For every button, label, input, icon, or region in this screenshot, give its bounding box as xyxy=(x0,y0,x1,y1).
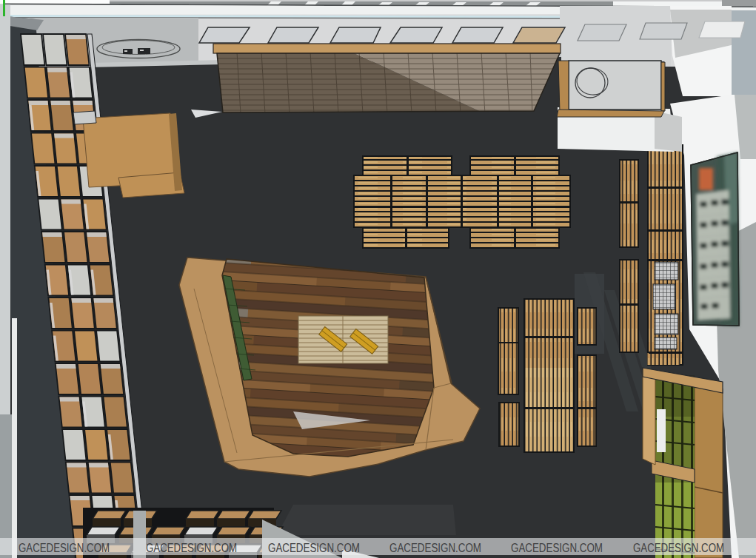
svg-text:GACEDESIGN.COM: GACEDESIGN.COM xyxy=(389,542,481,554)
svg-text:GACEDESIGN.COM: GACEDESIGN.COM xyxy=(19,542,110,554)
svg-text:GACEDESIGN.COM: GACEDESIGN.COM xyxy=(511,542,603,554)
svg-text:GACEDESIGN.COM: GACEDESIGN.COM xyxy=(146,542,237,554)
svg-text:GACEDESIGN.COM: GACEDESIGN.COM xyxy=(633,542,724,554)
svg-text:GACEDESIGN.COM: GACEDESIGN.COM xyxy=(268,542,360,554)
